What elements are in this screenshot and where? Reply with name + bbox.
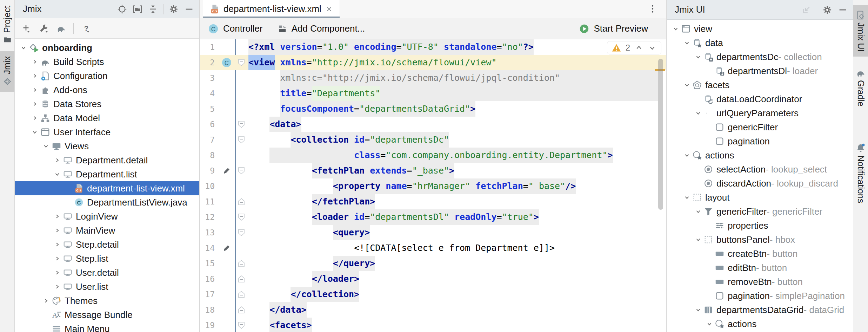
pencil-icon[interactable] bbox=[218, 240, 235, 256]
tool-strip-tab-notifications[interactable]: Notifications bbox=[853, 138, 868, 208]
collapse-all-icon[interactable] bbox=[148, 4, 158, 14]
add-icon[interactable] bbox=[21, 23, 31, 34]
code-line-12[interactable]: 12 <loader id="departmentsDl" readOnly="… bbox=[200, 209, 666, 225]
chevron-right-icon[interactable] bbox=[30, 113, 40, 123]
fold-start-icon[interactable] bbox=[235, 225, 246, 240]
tree-item-removebtn[interactable]: removeBtn - button bbox=[667, 275, 853, 289]
tree-item-add-ons[interactable]: Add-ons bbox=[15, 83, 199, 97]
help-icon[interactable]: ? bbox=[81, 23, 91, 34]
tree-item-user-list[interactable]: User.list bbox=[15, 280, 199, 294]
chevron-right-icon[interactable] bbox=[30, 85, 40, 95]
code-line-15[interactable]: 15 </query> bbox=[200, 256, 666, 271]
chevron-right-icon[interactable] bbox=[30, 99, 40, 109]
chevron-down-icon[interactable] bbox=[682, 192, 692, 203]
chevron-right-icon[interactable] bbox=[52, 211, 62, 222]
chevron-right-icon[interactable] bbox=[52, 239, 62, 250]
select-opened-file-icon[interactable] bbox=[132, 4, 143, 14]
tree-item-data[interactable]: data bbox=[667, 36, 853, 50]
fold-start-icon[interactable] bbox=[235, 209, 246, 225]
fold-end-icon[interactable] bbox=[235, 302, 246, 318]
chevron-down-icon[interactable] bbox=[694, 305, 703, 315]
tree-item-message-bundle[interactable]: AMessage Bundle bbox=[15, 308, 199, 322]
chevron-down-icon[interactable] bbox=[694, 52, 703, 62]
tool-strip-tab-project[interactable]: Project bbox=[0, 1, 14, 49]
code-line-13[interactable]: 13 <query> bbox=[200, 225, 666, 240]
prev-warning-icon[interactable] bbox=[634, 43, 643, 52]
tree-item-views[interactable]: Views bbox=[15, 139, 199, 153]
tree-item-build-scripts[interactable]: Build Scripts bbox=[15, 55, 199, 69]
tree-item-genericfilter[interactable]: genericFilter bbox=[667, 120, 853, 134]
tree-item-facets[interactable]: facets bbox=[667, 78, 853, 92]
chevron-right-icon[interactable] bbox=[52, 253, 62, 264]
locate-icon[interactable] bbox=[117, 4, 127, 14]
start-preview-button[interactable]: Start Preview bbox=[594, 23, 648, 34]
tree-item-configuration[interactable]: Configuration bbox=[15, 69, 199, 83]
chevron-down-icon[interactable] bbox=[52, 169, 62, 180]
controller-button[interactable]: Controller bbox=[223, 23, 263, 34]
tree-item-pagination[interactable]: pagination - simplePagination bbox=[667, 289, 853, 303]
fold-start-icon[interactable] bbox=[235, 132, 246, 148]
code-line-2[interactable]: 2C<view xmlns="http://jmix.io/schema/flo… bbox=[200, 55, 666, 70]
chevron-down-icon[interactable] bbox=[682, 150, 692, 161]
fold-end-icon[interactable] bbox=[235, 271, 246, 287]
code-line-1[interactable]: 1<?xml version="1.0" encoding="UTF-8" st… bbox=[200, 39, 666, 55]
settings-icon[interactable] bbox=[168, 4, 179, 14]
tree-item-dataloadcoordinator[interactable]: dataLoadCoordinator bbox=[667, 92, 853, 106]
tree-item-editbtn[interactable]: editBtn - button bbox=[667, 261, 853, 275]
chevron-down-icon[interactable] bbox=[41, 141, 51, 151]
tree-item-departmentsdc[interactable]: departmentsDc - collection bbox=[667, 50, 853, 64]
tree-item-mainview[interactable]: MainView bbox=[15, 223, 199, 237]
tree-item-departmentsdl[interactable]: departmentsDl - loader bbox=[667, 64, 853, 78]
hide-icon[interactable] bbox=[837, 5, 848, 15]
chevron-right-icon[interactable] bbox=[30, 71, 40, 81]
chevron-right-icon[interactable] bbox=[52, 225, 62, 236]
tree-item-department-list[interactable]: Department.list bbox=[15, 167, 199, 181]
tree-item-onboarding[interactable]: onboarding bbox=[15, 41, 199, 55]
tree-item-user-interface[interactable]: User Interface bbox=[15, 125, 199, 139]
next-warning-icon[interactable] bbox=[648, 43, 657, 52]
tree-item-data-model[interactable]: Data Model bbox=[15, 111, 199, 125]
code-line-14[interactable]: 14 <![CDATA[select e from Department e]]… bbox=[200, 240, 666, 256]
tree-item-departmentlistview-java[interactable]: CDepartmentListView.java bbox=[15, 195, 199, 209]
chevron-down-icon[interactable] bbox=[694, 206, 703, 217]
tree-item-user-detail[interactable]: User.detail bbox=[15, 266, 199, 280]
chevron-right-icon[interactable] bbox=[52, 267, 62, 278]
fold-end-icon[interactable] bbox=[235, 287, 246, 302]
chevron-down-icon[interactable] bbox=[30, 127, 40, 137]
tree-item-selectaction[interactable]: selectAction - lookup_select bbox=[667, 162, 853, 176]
code-line-17[interactable]: 17 </collection> bbox=[200, 287, 666, 302]
tree-item-data-stores[interactable]: Data Stores bbox=[15, 97, 199, 111]
tree-item-department-detail[interactable]: Department.detail bbox=[15, 153, 199, 167]
chevron-down-icon[interactable] bbox=[671, 24, 680, 34]
tool-strip-tab-jmix-ui[interactable]: Jmix UI bbox=[853, 5, 868, 57]
code-line-16[interactable]: 16 </loader> bbox=[200, 271, 666, 287]
tree-item-main-menu[interactable]: Main Menu bbox=[15, 322, 199, 332]
tree-item-actions[interactable]: actions bbox=[667, 148, 853, 162]
code-line-3[interactable]: 3 xmlns:c="http://jmix.io/schema/flowui/… bbox=[200, 70, 666, 86]
inspection-widget[interactable]: 2 bbox=[607, 41, 661, 54]
tree-item-department-list-view-xml[interactable]: department-list-view.xml bbox=[15, 181, 199, 195]
fold-end-icon[interactable] bbox=[235, 194, 246, 209]
tree-item-view[interactable]: view bbox=[667, 22, 853, 36]
tree-item-layout[interactable]: layout bbox=[667, 190, 853, 204]
tree-item-properties[interactable]: properties bbox=[667, 219, 853, 233]
tool-strip-tab-gradle[interactable]: Gradle bbox=[853, 63, 868, 111]
code-line-18[interactable]: 18 </data> bbox=[200, 302, 666, 318]
chevron-right-icon[interactable] bbox=[30, 57, 40, 67]
hide-icon[interactable] bbox=[184, 4, 194, 14]
tool-strip-tab-jmix[interactable]: Jmix bbox=[0, 51, 14, 92]
tree-item-createbtn[interactable]: createBtn - button bbox=[667, 247, 853, 261]
code-line-5[interactable]: 5 focusComponent="departmentsDataGrid"> bbox=[200, 101, 666, 117]
tree-item-pagination[interactable]: pagination bbox=[667, 134, 853, 148]
tree-item-step-list[interactable]: Step.list bbox=[15, 252, 199, 266]
code-line-6[interactable]: 6 <data> bbox=[200, 117, 666, 132]
scroll-to-source-icon[interactable] bbox=[801, 5, 812, 15]
tree-item-step-detail[interactable]: Step.detail bbox=[15, 237, 199, 252]
editor-tab[interactable]: department-list-view.xml bbox=[203, 0, 340, 18]
chevron-right-icon[interactable] bbox=[52, 155, 62, 165]
editor-scrollbar[interactable] bbox=[658, 59, 663, 210]
controller-circle-icon[interactable]: C bbox=[218, 55, 235, 70]
fold-start-icon[interactable] bbox=[235, 318, 246, 332]
add-component-button[interactable]: Add Component... bbox=[292, 23, 365, 34]
wrench-icon[interactable] bbox=[38, 23, 49, 34]
